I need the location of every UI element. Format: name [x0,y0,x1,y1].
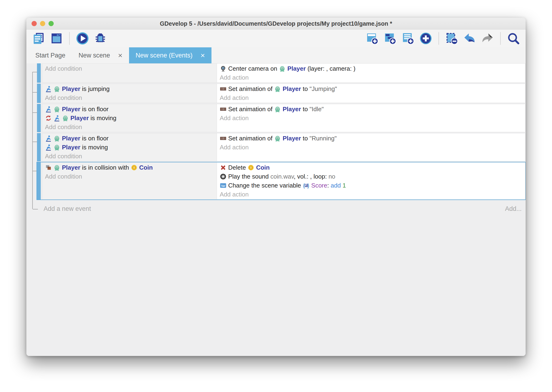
add-subevent-button[interactable] [383,31,397,45]
add-action-placeholder[interactable]: Add action [220,143,522,152]
condition-line[interactable]: Player is in collision with 0Coin [45,163,214,172]
add-action-placeholder[interactable]: Add action [220,93,522,102]
text-segment: Player [287,65,306,72]
gdevelop-window: GDevelop 5 - /Users/david/Documents/GDev… [26,18,526,356]
sound-icon [220,173,227,180]
svg-text:0: 0 [250,166,252,169]
player-icon [54,144,60,151]
text-segment: is in collision with [80,164,131,171]
tab-label: New scene (Events) [136,52,193,59]
text-segment: to [301,135,310,142]
condition-line[interactable]: Player is moving [45,113,214,123]
tab-close-icon[interactable]: × [118,52,123,59]
play-button[interactable] [75,31,90,45]
condition-line[interactable]: Player is on floor [45,105,214,113]
condition-line[interactable]: Player is moving [45,143,214,152]
action-line[interactable]: Set animation of Player to "Jumping" [220,84,522,93]
add-circle-button[interactable] [419,31,433,45]
add-condition-placeholder[interactable]: Add condition [45,64,214,73]
action-line[interactable]: Delete 0Coin [220,163,522,172]
event-color-bar[interactable] [37,63,41,83]
action-line[interactable]: VarChange the scene variable {}Score: ad… [220,181,522,190]
add-action-placeholder[interactable]: Add action [220,190,522,199]
add-new-event-button[interactable]: Add a new event [44,205,91,212]
player-icon [54,106,60,113]
player-icon [274,135,281,142]
add-more-button[interactable]: Add... [505,205,522,212]
text-segment: (layer: , camera: ) [306,65,355,72]
add-comment-icon [401,32,414,45]
conditions-cell: Player is in collision with 0CoinAdd con… [42,162,217,199]
action-line[interactable]: Play the sound coin.wav, vol.: , loop: n… [220,172,522,181]
event-tree-line [33,171,37,171]
event-row[interactable]: Player is on floorPlayer is movingAdd co… [37,133,525,161]
project-manager-icon [32,32,45,45]
delete-selection-button[interactable] [445,31,459,45]
add-condition-placeholder[interactable]: Add condition [45,172,214,181]
event-row[interactable]: Add conditionCenter camera on Player (la… [37,63,525,83]
project-manager-button[interactable] [32,31,46,45]
text-segment: Player [62,144,80,151]
actions-cell: Set animation of Player to "Running"Add … [217,133,525,161]
add-event-icon [366,32,379,45]
text-segment: coin.wav [270,173,294,180]
text-segment: Set animation of [228,135,274,142]
tab-new-scene[interactable]: New scene× [72,47,129,63]
tab-new-scene-events[interactable]: New scene (Events)× [129,47,212,63]
text-segment: Change the scene variable [228,182,303,189]
event-color-bar[interactable] [37,162,41,200]
text-segment: is jumping [80,85,110,92]
svg-text:{: { [303,182,305,189]
event-color-bar[interactable] [37,104,41,132]
event-color-bar[interactable] [37,133,41,161]
condition-line[interactable]: Player is jumping [45,84,214,93]
text-segment: Play the sound [228,173,270,180]
text-segment: to [301,105,310,113]
player-icon [54,164,60,171]
debug-button[interactable] [93,31,107,45]
conditions-cell: Add condition [42,64,217,83]
animation-icon [220,135,227,142]
coin-icon: 0 [248,164,254,171]
add-action-placeholder[interactable]: Add action [220,113,522,123]
add-circle-icon [419,32,432,45]
toolbar-left-group [32,31,107,45]
event-color-bar[interactable] [37,84,41,103]
action-line[interactable]: Set animation of Player to "Idle" [220,105,522,113]
condition-line[interactable]: Player is on floor [45,134,214,143]
conditions-cell: Player is on floorPlayer is movingAdd co… [42,133,217,161]
event-content: Player is in collision with 0CoinAdd con… [42,162,525,200]
event-tree-line [33,142,37,142]
action-line[interactable]: Set animation of Player to "Running" [220,134,522,143]
event-row[interactable]: Player is in collision with 0CoinAdd con… [37,162,525,200]
undo-icon [463,32,476,45]
text-segment: Player [283,135,301,142]
toolbar-separator [500,32,501,45]
text-segment: is on floor [80,105,109,113]
event-tree-line [33,112,37,113]
scene-editor-button[interactable] [49,31,64,45]
event-row[interactable]: Player is on floorPlayer is movingAdd co… [37,104,525,132]
delete-selection-icon [445,32,458,45]
toolbar-right-group [365,31,520,45]
redo-button[interactable] [480,31,495,45]
events-panel: Add conditionCenter camera on Player (la… [26,63,526,356]
add-comment-button[interactable] [401,31,415,45]
add-condition-placeholder[interactable]: Add condition [45,93,214,102]
add-condition-placeholder[interactable]: Add condition [45,152,214,161]
text-segment: "Jumping" [310,85,337,92]
tab-label: Start Page [35,52,65,59]
undo-button[interactable] [462,31,477,45]
actions-cell: Set animation of Player to "Idle"Add act… [217,104,525,132]
text-segment: Player [62,135,80,142]
add-condition-placeholder[interactable]: Add condition [45,123,214,132]
tab-close-icon[interactable]: × [200,52,205,59]
search-button[interactable] [506,31,520,45]
action-line[interactable]: Center camera on Player (layer: , camera… [220,64,522,73]
add-action-placeholder[interactable]: Add action [220,73,522,82]
add-event-button[interactable] [365,31,379,45]
player-icon [279,65,286,72]
event-content: Player is on floorPlayer is movingAdd co… [42,133,525,161]
tab-start-page[interactable]: Start Page [29,47,72,63]
event-row[interactable]: Player is jumpingAdd conditionSet animat… [37,84,525,103]
